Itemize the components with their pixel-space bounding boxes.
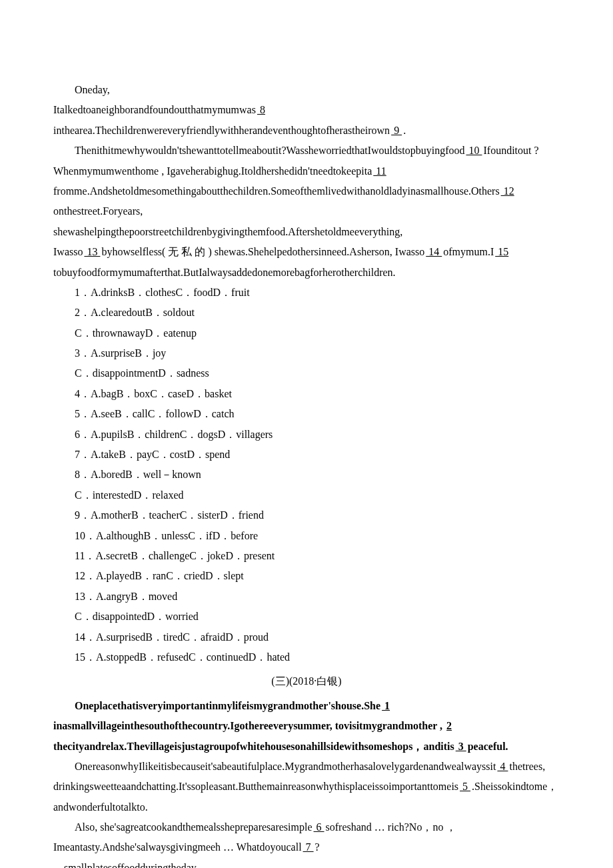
choice-line: 5．A.seeB．callC．followD．catch: [53, 404, 560, 424]
choice-line: 2．A.clearedoutB．soldout: [53, 303, 560, 323]
choice-line: C．disappointmentD．sadness: [53, 363, 560, 383]
choice-line: 14．A.surprisedB．tiredC．afraidD．proud: [53, 627, 560, 647]
text: inthearea.Thechildrenwereveryfriendlywit…: [53, 125, 390, 136]
blank2-6[interactable]: 6: [312, 821, 326, 833]
text: Also, she'sagreatcookandthemealssheprepa…: [75, 821, 312, 833]
text: ofmymum.I: [443, 246, 494, 257]
text: peaceful.: [468, 741, 508, 752]
choice-line: 4．A.bagB．boxC．caseD．basket: [53, 384, 560, 404]
blank2-7[interactable]: 7: [302, 841, 315, 853]
story2-p4: Also, she'sagreatcookandthemealssheprepa…: [53, 817, 560, 858]
story1-line5: Iwasso 13 byhowselfless( 无 私 的 ) shewas.…: [53, 242, 560, 283]
questions1-block: 1．A.drinksB．clothesC．foodD．fruit2．A.clea…: [53, 283, 560, 667]
choice-line: C．interestedD．relaxed: [53, 485, 560, 505]
choice-line: 1．A.drinksB．clothesC．foodD．fruit: [53, 283, 560, 303]
text: ?: [315, 841, 320, 853]
story2-p3: drinkingsweetteaandchatting.It'ssopleasa…: [53, 777, 560, 817]
story1-line4: shewashelpingthepoorstreetchildrenbygivi…: [53, 222, 560, 242]
blank-11[interactable]: 11: [372, 165, 387, 177]
story2-p2: OnereasonwhyIlikeitisbecauseit'sabeautif…: [53, 757, 560, 777]
blank-8[interactable]: 8: [256, 104, 267, 115]
choice-line: 8．A.boredB．well－known: [53, 465, 560, 485]
text: .: [403, 125, 406, 136]
text: Iwasso: [53, 246, 83, 257]
blank-9[interactable]: 9: [390, 125, 403, 136]
text: fromme.Andshetoldmesomethingaboutthechil…: [53, 185, 500, 197]
blank-13[interactable]: 13: [83, 246, 101, 257]
story1-line3: Thenithitmewhywouldn'tshewanttotellmeabo…: [53, 141, 560, 222]
text: tobuyfoodformymumafterthat.ButIalwaysadd…: [53, 267, 396, 278]
choice-line: 11．A.secretB．challengeC．jokeD．present: [53, 546, 560, 566]
story2-p5: —smallplatesoffoodduringtheday,: [53, 858, 560, 868]
story1-line1: Oneday,: [53, 80, 560, 100]
text: Oneplacethatisveryimportantinmylifeismyg…: [75, 700, 380, 711]
text: OnereasonwhyIlikeitisbecauseit'sabeautif…: [75, 761, 496, 772]
choice-line: C．disappointedD．worried: [53, 607, 560, 627]
section-title: (三)(2018·白银): [53, 671, 560, 691]
blank-10[interactable]: 10: [464, 145, 483, 156]
blank-15[interactable]: 15: [494, 246, 510, 257]
choice-line: 12．A.playedB．ranC．criedD．slept: [53, 566, 560, 586]
blank2-4[interactable]: 4: [496, 761, 509, 772]
choice-line: C．thrownawayD．eatenup: [53, 323, 560, 343]
blank2-5[interactable]: 5: [458, 781, 472, 792]
story2-p1: Oneplacethatisveryimportantinmylifeismyg…: [53, 696, 560, 757]
choice-line: 13．A.angryB．moved: [53, 587, 560, 607]
blank2-2[interactable]: 2: [445, 720, 453, 731]
text: onthestreet.Foryears,: [53, 205, 143, 217]
choice-line: 9．A.motherB．teacherC．sisterD．friend: [53, 505, 560, 525]
text: byhowselfless( 无 私 的 ) shewas.Shehelpedo…: [101, 246, 424, 257]
text: thetrees,: [509, 761, 545, 772]
text: Thenithitmewhywouldn'tshewanttotellmeabo…: [75, 145, 464, 156]
text: Italkedtoaneighborandfoundoutthatmymumwa…: [53, 104, 256, 115]
text: inasmallvillageinthesouthofthecountry.Ig…: [53, 720, 442, 731]
blank-14[interactable]: 14: [424, 246, 443, 257]
text: drinkingsweetteaandchatting.It'ssopleasa…: [53, 781, 458, 792]
story1-line2: Italkedtoaneighborandfoundoutthatmymumwa…: [53, 100, 560, 141]
blank2-1[interactable]: 1: [380, 700, 391, 711]
choice-line: 3．A.surpriseB．joy: [53, 343, 560, 363]
choice-line: 7．A.takeB．payC．costD．spend: [53, 445, 560, 465]
choice-line: 10．A.althoughB．unlessC．ifD．before: [53, 526, 560, 546]
blank-12[interactable]: 12: [500, 185, 516, 197]
blank2-3[interactable]: 3: [454, 741, 468, 752]
text: thecityandrelax.Thevillageisjustagroupof…: [53, 741, 454, 752]
choice-line: 15．A.stoppedB．refusedC．continuedD．hated: [53, 647, 560, 667]
choice-line: 6．A.pupilsB．childrenC．dogsD．villagers: [53, 425, 560, 445]
